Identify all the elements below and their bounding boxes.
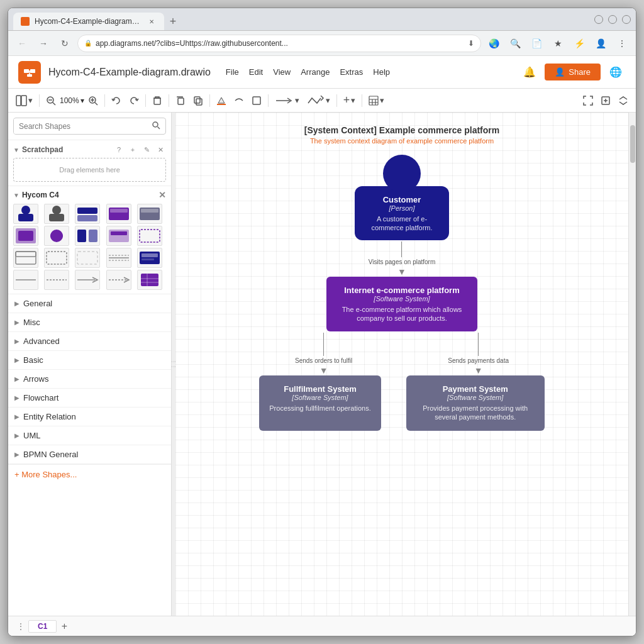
copy-btn[interactable] bbox=[173, 92, 188, 109]
menu-file[interactable]: File bbox=[221, 65, 244, 79]
insert-btn[interactable]: + ▾ bbox=[341, 92, 358, 109]
canvas-area[interactable]: [System Context] Example commerce platfo… bbox=[175, 113, 636, 616]
menu-arrange[interactable]: Arrange bbox=[296, 65, 335, 79]
shape-item[interactable] bbox=[137, 226, 162, 246]
sidebar-item-bpmn[interactable]: ▶ BPMN General bbox=[8, 445, 171, 464]
sidebar-item-advanced[interactable]: ▶ Advanced bbox=[8, 332, 171, 351]
waypoint-btn[interactable]: ▾ bbox=[304, 92, 333, 109]
shape-item[interactable] bbox=[75, 226, 100, 246]
customer-desc: A customer of e-commerce platform. bbox=[362, 214, 441, 233]
close-btn[interactable]: ✕ bbox=[622, 15, 631, 24]
sidebar-item-misc[interactable]: ▶ Misc bbox=[8, 313, 171, 332]
section-arrow-entity: ▶ bbox=[14, 413, 19, 420]
shape-item[interactable] bbox=[75, 204, 100, 224]
connector-btn[interactable]: ▾ bbox=[272, 92, 302, 109]
line-btn[interactable] bbox=[231, 92, 247, 109]
shape-item[interactable] bbox=[75, 248, 100, 268]
zoom-btn[interactable]: 🔍 bbox=[506, 35, 524, 52]
minimize-btn[interactable]: − bbox=[594, 15, 603, 24]
menu-help[interactable]: Help bbox=[368, 65, 395, 79]
shape-item[interactable] bbox=[75, 270, 100, 290]
bookmark-btn[interactable]: ★ bbox=[549, 35, 567, 52]
sidebar-item-flowchart[interactable]: ▶ Flowchart bbox=[8, 389, 171, 408]
reader-btn[interactable]: 📄 bbox=[528, 35, 545, 52]
redo-btn[interactable] bbox=[126, 92, 142, 109]
add-page-btn[interactable]: + bbox=[57, 619, 72, 634]
library-close-btn[interactable]: ✕ bbox=[158, 190, 166, 200]
search-btn[interactable] bbox=[147, 118, 165, 134]
zoom-control: 100% ▾ bbox=[43, 92, 101, 109]
fill-btn[interactable] bbox=[214, 92, 229, 109]
shape-item[interactable] bbox=[106, 226, 131, 246]
scratchpad-help[interactable]: ? bbox=[113, 144, 125, 155]
arrow1-head: ▼ bbox=[397, 267, 406, 277]
forward-btn[interactable]: → bbox=[35, 35, 52, 52]
delete-btn[interactable] bbox=[150, 92, 165, 109]
shape-item[interactable] bbox=[106, 204, 131, 224]
system-desc: The e-commerce platform which allows com… bbox=[336, 305, 467, 323]
browser-tab[interactable]: Hycom-C4-Example-diagram.dra ✕ bbox=[13, 13, 164, 30]
menu-btn[interactable]: ⋮ bbox=[613, 35, 631, 52]
search-input[interactable] bbox=[14, 119, 147, 134]
sidebar-item-uml[interactable]: ▶ UML bbox=[8, 426, 171, 445]
sidebar-item-general[interactable]: ▶ General bbox=[8, 294, 171, 313]
shape-btn[interactable] bbox=[249, 92, 264, 109]
menu-edit[interactable]: Edit bbox=[244, 65, 268, 79]
maximize-btn[interactable]: □ bbox=[608, 15, 617, 24]
paste-btn[interactable] bbox=[191, 92, 206, 109]
menu-view[interactable]: View bbox=[268, 65, 296, 79]
fit-btn[interactable] bbox=[598, 92, 613, 109]
shape-item[interactable] bbox=[44, 226, 69, 246]
share-btn[interactable]: 👤 Share bbox=[545, 64, 601, 80]
shape-item[interactable] bbox=[13, 204, 38, 224]
notifications-btn[interactable]: 🔔 bbox=[519, 62, 540, 82]
shape-item[interactable] bbox=[137, 204, 162, 224]
extensions-btn[interactable]: ⚡ bbox=[570, 35, 588, 52]
url-bar[interactable]: 🔒 app.diagrams.net/?clibs=Uhttps://raw.g… bbox=[77, 35, 481, 52]
shape-item[interactable] bbox=[137, 248, 162, 268]
shape-item[interactable] bbox=[106, 248, 131, 268]
globe-btn[interactable]: 🌐 bbox=[606, 62, 626, 82]
system-node[interactable]: Internet e-commerce platform [Software S… bbox=[326, 277, 477, 332]
back-btn[interactable]: ← bbox=[13, 35, 31, 52]
new-tab-btn[interactable]: + bbox=[164, 13, 182, 30]
menu-extras[interactable]: Extras bbox=[335, 65, 368, 79]
scratchpad-add[interactable]: + bbox=[127, 144, 138, 155]
svg-rect-18 bbox=[196, 99, 202, 105]
refresh-btn[interactable]: ↻ bbox=[56, 35, 74, 52]
shape-item[interactable] bbox=[137, 270, 162, 290]
zoom-out-btn[interactable] bbox=[43, 92, 58, 109]
translate-btn[interactable]: 🌏 bbox=[485, 35, 502, 52]
profile-btn[interactable]: 👤 bbox=[592, 35, 609, 52]
scratchpad-close[interactable]: ✕ bbox=[155, 144, 166, 155]
zoom-in-btn[interactable] bbox=[86, 92, 101, 109]
table-btn[interactable]: ▾ bbox=[366, 92, 387, 109]
section-arrow-bpmn: ▶ bbox=[14, 451, 19, 458]
fulfillment-node[interactable]: Fullfilment System [Software System] Pro… bbox=[259, 375, 380, 431]
payment-node[interactable]: Payment System [Software System] Provide… bbox=[406, 375, 545, 431]
sidebar-item-entity-relation[interactable]: ▶ Entity Relation bbox=[8, 408, 171, 426]
scrollbar-right[interactable] bbox=[628, 113, 636, 616]
more-shapes-btn[interactable]: + More Shapes... bbox=[8, 464, 171, 484]
scrollbar-thumb[interactable] bbox=[630, 125, 635, 163]
customer-type: [Person] bbox=[362, 204, 441, 212]
customer-node[interactable]: Customer [Person] A customer of e-commer… bbox=[355, 155, 449, 240]
shape-item[interactable] bbox=[13, 270, 38, 290]
undo-btn[interactable] bbox=[109, 92, 124, 109]
panel-toggle-btn[interactable]: ▾ bbox=[13, 92, 35, 109]
collapse-btn[interactable] bbox=[616, 92, 631, 109]
shape-item[interactable] bbox=[13, 248, 38, 268]
tab-favicon bbox=[21, 17, 30, 26]
tab-close-btn[interactable]: ✕ bbox=[147, 16, 157, 26]
shape-item[interactable] bbox=[13, 226, 38, 246]
shape-item[interactable] bbox=[44, 248, 69, 268]
fullscreen-btn[interactable] bbox=[580, 92, 596, 109]
scratchpad-edit[interactable]: ✎ bbox=[141, 144, 152, 155]
page-menu-btn[interactable]: ⋮ bbox=[13, 619, 28, 634]
shape-item[interactable] bbox=[44, 204, 69, 224]
shape-item[interactable] bbox=[106, 270, 131, 290]
sidebar-item-arrows[interactable]: ▶ Arrows bbox=[8, 370, 171, 389]
shape-item[interactable] bbox=[44, 270, 69, 290]
sidebar-item-basic[interactable]: ▶ Basic bbox=[8, 351, 171, 370]
page-tab-c1[interactable]: C1 bbox=[28, 620, 57, 633]
